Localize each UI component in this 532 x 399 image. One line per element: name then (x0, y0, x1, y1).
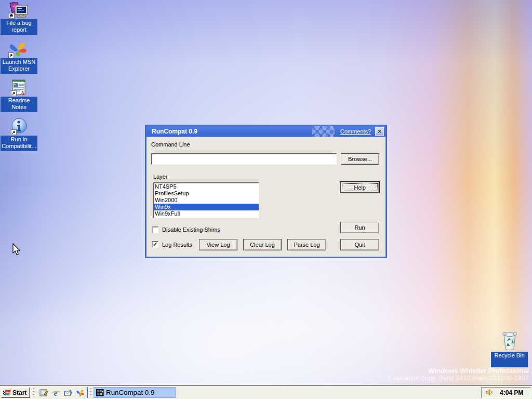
browse-button[interactable]: Browse... (341, 153, 379, 165)
comments-link[interactable]: Comments? (340, 128, 371, 135)
toolbar-separator (87, 387, 88, 398)
info-icon[interactable] (11, 117, 28, 135)
system-tray: 4:04 PM (481, 387, 531, 398)
windows-flag-icon (3, 389, 11, 396)
layer-option-win9x[interactable]: Win9x (154, 204, 259, 210)
layer-listbox[interactable]: NT4SP5ProfilesSetupWin2000Win9xWin9xFull (153, 182, 259, 218)
svg-text:A: A (20, 89, 25, 96)
start-label: Start (12, 389, 26, 396)
parse-log-button[interactable]: Parse Log (287, 239, 326, 250)
desktop-icon-run-in-compatibility[interactable]: Run inCompatibilit... (0, 117, 38, 135)
desktop-icon-label[interactable]: Launch MSNExplorer (1, 58, 37, 74)
layer-option-win2000[interactable]: Win2000 (154, 197, 259, 204)
disable-shims-label[interactable]: Disable Existing Shims (162, 227, 220, 233)
desktop-icon-launch-msn-explorer[interactable]: Launch MSNExplorer (0, 41, 38, 58)
help-button[interactable]: Help (340, 182, 379, 193)
desktop-icon-file-a-bug-report[interactable]: ? File a bugreport (0, 2, 38, 19)
msn-butterfly-icon[interactable] (8, 41, 30, 58)
layer-option-nt4sp5[interactable]: NT4SP5 (154, 183, 259, 190)
layer-option-profilessetup[interactable]: ProfilesSetup (154, 190, 259, 197)
shortcut-arrow-icon (11, 90, 17, 96)
shortcut-arrow-icon (9, 13, 15, 19)
desktop-icon-recycle-bin[interactable]: Recycle Bin (490, 330, 529, 351)
log-results-label[interactable]: Log Results (162, 242, 192, 248)
watermark-line2: Evaluation copy. Build 2410.main.001208-… (388, 375, 529, 382)
notepad-icon[interactable]: A (11, 78, 28, 96)
toolbar-drag-handle[interactable] (33, 388, 34, 397)
start-button[interactable]: Start (1, 387, 30, 398)
close-icon[interactable]: × (375, 127, 384, 136)
runcompat-app-icon (96, 389, 104, 396)
mouse-cursor (12, 243, 22, 258)
desktop-icon-label[interactable]: Run inCompatibilit... (1, 136, 37, 151)
quit-button[interactable]: Quit (340, 239, 379, 250)
view-log-button[interactable]: View Log (199, 239, 237, 250)
desktop-icon-label[interactable]: Recycle Bin (491, 352, 528, 367)
shortcut-arrow-icon (8, 52, 14, 58)
run-button[interactable]: Run (340, 222, 379, 233)
bug-report-icon[interactable]: ? (9, 2, 30, 19)
disable-shims-checkbox[interactable] (152, 227, 158, 233)
build-watermark: Windows Whistler Professional Evaluation… (388, 367, 529, 382)
task-button-label: RunCompat 0.9 (106, 389, 154, 396)
show-desktop-icon[interactable] (39, 389, 48, 397)
layer-option-win9xfull[interactable]: Win9xFull (154, 210, 259, 217)
layer-label: Layer (153, 174, 168, 180)
taskbar-button-runcompat[interactable]: RunCompat 0.9 (94, 387, 176, 398)
volume-icon[interactable] (485, 388, 495, 397)
log-results-checkbox[interactable]: ✓ (152, 241, 158, 248)
dialog-body: Command Line Browse... Layer NT4SP5Profi… (147, 137, 385, 257)
toolbar-drag-handle[interactable] (90, 388, 91, 397)
dialog-titlebar[interactable]: RunCompat 0.9 Comments? × (147, 126, 385, 137)
desktop-icon-label[interactable]: File a bugreport (1, 19, 37, 35)
desktop-icon-label[interactable]: Readme Notes (1, 97, 37, 112)
clear-log-button[interactable]: Clear Log (243, 239, 282, 250)
clock[interactable]: 4:04 PM (500, 389, 523, 396)
outlook-express-icon[interactable] (63, 389, 72, 397)
watermark-line1: Windows Whistler Professional (388, 367, 529, 375)
desktop: { "desktop": { "icons": [ { "name": "fil… (0, 0, 532, 399)
internet-explorer-icon[interactable]: e (51, 389, 60, 397)
msn-icon[interactable] (76, 389, 85, 397)
desktop-icon-readme-notes[interactable]: A Readme Notes (0, 78, 38, 96)
runcompat-dialog: RunCompat 0.9 Comments? × Command Line B… (145, 125, 387, 258)
shortcut-arrow-icon (11, 129, 17, 135)
svg-text:e: e (54, 389, 57, 397)
recycle-bin-icon[interactable] (500, 330, 520, 351)
command-line-input[interactable] (151, 153, 337, 165)
titlebar-checker-pattern (312, 126, 335, 137)
taskbar: Start e (0, 385, 532, 399)
command-line-label: Command Line (151, 141, 190, 148)
dialog-title: RunCompat 0.9 (152, 128, 197, 135)
